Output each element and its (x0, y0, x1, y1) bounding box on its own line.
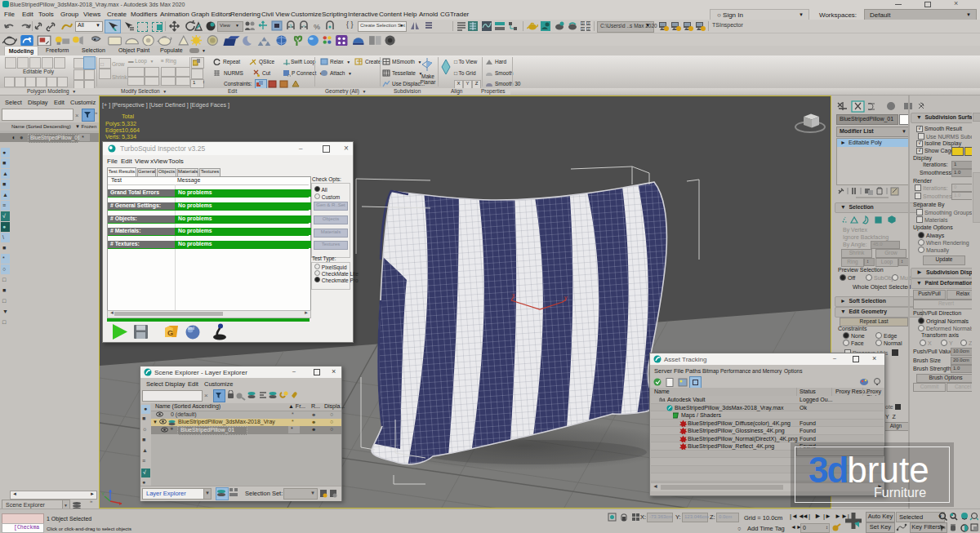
svg-text:%: % (314, 23, 320, 31)
svg-text:x: x (512, 292, 515, 298)
svg-text:3: 3 (289, 24, 292, 29)
svg-text:[+ ] [Perspective ] [User Defi: [+ ] [Perspective ] [User Defined ] [Edg… (102, 101, 229, 109)
svg-text:x: x (119, 506, 122, 508)
svg-text:FR: FR (587, 27, 591, 31)
svg-text:5,334: 5,334 (122, 133, 136, 140)
svg-text:Verts:: Verts: (105, 133, 120, 140)
svg-text:<: < (302, 24, 305, 29)
svg-text:G: G (167, 329, 173, 337)
svg-text:FR: FR (587, 21, 591, 25)
svg-text:Y: Y (101, 491, 105, 496)
svg-text:y: y (564, 295, 568, 301)
svg-text:Total: Total (122, 113, 135, 120)
svg-text:FR: FR (581, 27, 586, 31)
svg-text:FR: FR (581, 21, 586, 25)
svg-text:xml: xml (188, 326, 194, 331)
